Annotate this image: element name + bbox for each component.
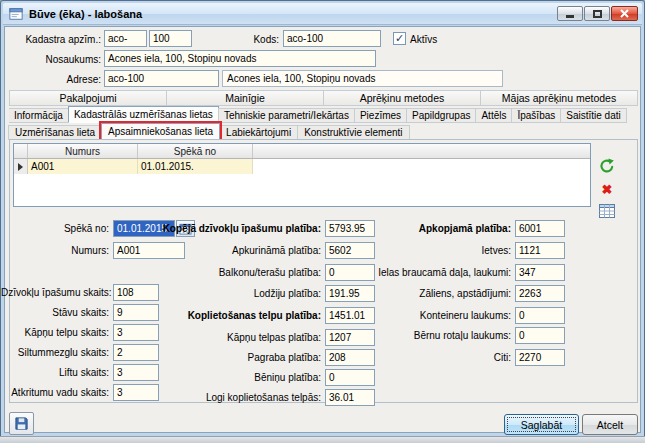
- titlebar: Būve (ēka) - labošana: [3, 3, 642, 25]
- delete-glyph: ✖: [602, 183, 613, 196]
- label-counts-0: Dzīvokļu īpašumu skaits:: [1, 284, 109, 301]
- maximize-icon: [593, 10, 602, 18]
- row-marker-icon: [18, 163, 23, 171]
- tab-pakalpojumi[interactable]: Pakalpojumi: [9, 90, 167, 106]
- field-logi-koplietosanas-telpas[interactable]: [325, 389, 375, 406]
- adrese-label: Adrese:: [1, 71, 101, 88]
- label-areas-0: Kopējā dzīvokļu īpašumu platība:: [121, 220, 321, 237]
- aktivs-checkbox[interactable]: ✓: [393, 32, 406, 45]
- building-edit-dialog: Būve (ēka) - labošana Kadastra apzīm.: K…: [0, 0, 645, 437]
- nosaukums-input[interactable]: [104, 50, 376, 67]
- label-counts-1: Stāvu skaits:: [1, 304, 109, 321]
- field-ietves[interactable]: [515, 242, 565, 259]
- grid-header-speka-no[interactable]: Spēkā no: [138, 144, 253, 158]
- field-beninu-platiba[interactable]: [325, 369, 375, 386]
- field-konteineru-laukums[interactable]: [515, 307, 565, 324]
- tab-apsaimniekosanas-lieta-label: Apsaimniekošanas lieta: [108, 126, 213, 137]
- adrese-code-input[interactable]: [104, 70, 219, 87]
- tab-labiekartojumi[interactable]: Labiekārtojumi: [219, 125, 298, 140]
- tab-aprekinu-metodes[interactable]: Aprēķinu metodes: [323, 90, 481, 106]
- nosaukums-label: Nosaukums:: [1, 51, 101, 68]
- grid-header-row: Numurs Spēkā no: [14, 144, 590, 159]
- field-ielas-braucama-dala[interactable]: [515, 264, 565, 281]
- app-icon: [9, 7, 23, 21]
- refresh-icon[interactable]: [598, 157, 616, 175]
- grid-header-numurs[interactable]: Numurs: [28, 144, 138, 158]
- disk-icon: [14, 416, 29, 431]
- grid-header-filler: [253, 144, 590, 158]
- label-territory-6: Citi:: [359, 349, 511, 366]
- label-areas-2: Balkonu/terašu platība:: [121, 264, 321, 281]
- grid-row[interactable]: A001 01.01.2015.: [14, 159, 590, 174]
- field-citi[interactable]: [515, 349, 565, 366]
- label-areas-8: Logi koplietošanas telpās:: [121, 389, 321, 406]
- label-counts-4: Liftu skaits:: [1, 364, 109, 381]
- tab-strip-top: Pakalpojumi Mainīgie Aprēķinu metodes Mā…: [9, 90, 638, 106]
- row-marker-cell: [14, 159, 28, 174]
- label-areas-5: Kāpņu telpas platība:: [121, 329, 321, 346]
- tab-kadastralas-uzmerisanas-lietas[interactable]: Kadastrālās uzmērīšanas lietas: [68, 106, 219, 123]
- label-territory-4: Konteineru laukums:: [359, 307, 511, 324]
- label-territory-3: Zāliens, apstādījumi:: [359, 285, 511, 302]
- kadastra-number-input[interactable]: [149, 30, 192, 47]
- field-zaliens-apstadijumi[interactable]: [515, 285, 565, 302]
- label-counts-5: Atkritumu vadu skaits:: [1, 384, 109, 401]
- label-areas-7: Bēniņu platība:: [121, 369, 321, 386]
- field-bernu-rotalu-laukums[interactable]: [515, 327, 565, 344]
- tab-informacija[interactable]: Informācija: [9, 108, 69, 123]
- window-title: Būve (ēka) - labošana: [29, 8, 142, 20]
- tab-attels[interactable]: Attēls: [475, 108, 512, 123]
- kadastra-label: Kadastra apzīm.:: [1, 31, 101, 48]
- records-grid: Numurs Spēkā no A001 01.01.2015.: [13, 143, 591, 207]
- speka-no-label: Spēkā no:: [1, 220, 109, 237]
- cancel-button[interactable]: Atcelt: [582, 414, 638, 435]
- minimize-button[interactable]: [557, 6, 583, 21]
- tab-saistitie-dati[interactable]: Saistītie dati: [560, 108, 626, 123]
- grid-header-marker: [14, 144, 28, 158]
- tab-tehniskie-parametri-iekartas[interactable]: Tehniskie parametri/Iekārtas: [218, 108, 355, 123]
- close-button[interactable]: [611, 6, 638, 21]
- tab-uzmerisanas-lieta[interactable]: Uzmērīšanas lieta: [8, 125, 102, 140]
- tab-majas-aprekinu-metodes[interactable]: Mājas aprēķinu metodes: [480, 90, 638, 106]
- label-territory-1: Ietves:: [359, 242, 511, 259]
- field-apkopjama-platiba[interactable]: [515, 220, 565, 237]
- label-counts-2: Kāpņu telpu skaits:: [1, 324, 109, 341]
- kadastra-prefix-input[interactable]: [104, 30, 147, 47]
- label-territory-5: Bērnu rotaļu laukums:: [359, 327, 511, 344]
- minimize-icon: [566, 15, 574, 18]
- label-areas-6: Pagraba platība:: [121, 349, 321, 366]
- grid-cell-numurs: A001: [28, 159, 138, 174]
- tab-mainigie[interactable]: Mainīgie: [166, 90, 324, 106]
- label-areas-3: Lodžiju platība:: [121, 285, 321, 302]
- maximize-button[interactable]: [584, 6, 610, 21]
- tab-apsaimniekosanas-lieta[interactable]: Apsaimniekošanas lieta: [101, 123, 220, 140]
- label-areas-1: Apkurināmā platība:: [121, 242, 321, 259]
- label-territory-0: Apkopjamā platība:: [359, 220, 511, 237]
- numurs-label: Numurs:: [1, 242, 109, 259]
- kods-label: Kods:: [215, 31, 279, 48]
- label-territory-2: Ielas braucamā daļa, laukumi:: [359, 264, 511, 281]
- tab-konstruktivie-elementi[interactable]: Konstruktīvie elementi: [297, 125, 409, 140]
- kods-input[interactable]: [283, 30, 381, 47]
- aktivs-label: Aktīvs: [410, 31, 470, 48]
- adrese-display: Acones iela, 100, Stopiņu novads: [222, 70, 503, 87]
- close-icon: [620, 9, 629, 18]
- checkmark-icon: ✓: [395, 33, 404, 44]
- tab-strip-middle: Informācija Kadastrālās uzmērīšanas liet…: [9, 106, 638, 123]
- label-counts-3: Siltummezglu skaits:: [1, 344, 109, 361]
- label-areas-4: Koplietošanas telpu platība:: [121, 307, 321, 324]
- tab-strip-inner: Uzmērīšanas lieta Apsaimniekošanas lieta…: [9, 123, 410, 140]
- save-settings-button[interactable]: [9, 412, 34, 435]
- tab-papildgrupas[interactable]: Papildgrupas: [406, 108, 476, 123]
- delete-icon[interactable]: ✖: [598, 180, 616, 198]
- save-button[interactable]: Saglabāt: [504, 414, 579, 435]
- grid-cell-speka-no: 01.01.2015.: [138, 159, 253, 174]
- tab-piezimes[interactable]: Piezīmes: [354, 108, 407, 123]
- table-view-icon[interactable]: [598, 202, 616, 220]
- background-window-strip: [0, 436, 645, 443]
- tab-ipasibas[interactable]: Īpašības: [511, 108, 561, 123]
